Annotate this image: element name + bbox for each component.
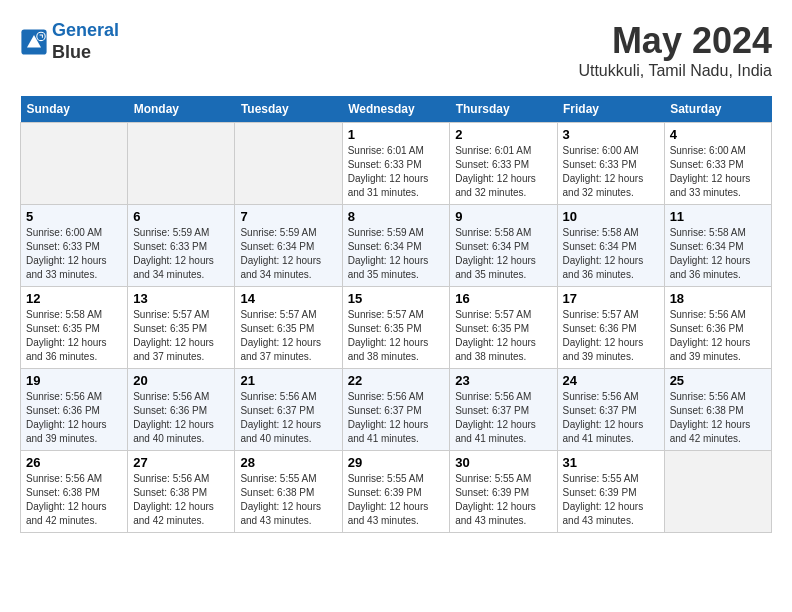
day-info: Sunrise: 6:01 AMSunset: 6:33 PMDaylight:… — [455, 144, 551, 200]
calendar-cell — [21, 123, 128, 205]
day-number: 12 — [26, 291, 122, 306]
day-number: 26 — [26, 455, 122, 470]
day-number: 27 — [133, 455, 229, 470]
calendar-cell — [235, 123, 342, 205]
day-number: 17 — [563, 291, 659, 306]
day-number: 1 — [348, 127, 445, 142]
title-block: May 2024 Uttukkuli, Tamil Nadu, India — [578, 20, 772, 80]
day-header-wednesday: Wednesday — [342, 96, 450, 123]
day-number: 13 — [133, 291, 229, 306]
day-number: 19 — [26, 373, 122, 388]
day-info: Sunrise: 5:57 AMSunset: 6:35 PMDaylight:… — [348, 308, 445, 364]
day-header-friday: Friday — [557, 96, 664, 123]
day-header-thursday: Thursday — [450, 96, 557, 123]
week-row-1: 1Sunrise: 6:01 AMSunset: 6:33 PMDaylight… — [21, 123, 772, 205]
calendar-cell: 1Sunrise: 6:01 AMSunset: 6:33 PMDaylight… — [342, 123, 450, 205]
day-info: Sunrise: 5:58 AMSunset: 6:35 PMDaylight:… — [26, 308, 122, 364]
calendar-cell: 20Sunrise: 5:56 AMSunset: 6:36 PMDayligh… — [128, 369, 235, 451]
day-number: 22 — [348, 373, 445, 388]
day-info: Sunrise: 5:56 AMSunset: 6:38 PMDaylight:… — [133, 472, 229, 528]
day-number: 10 — [563, 209, 659, 224]
calendar-cell: 18Sunrise: 5:56 AMSunset: 6:36 PMDayligh… — [664, 287, 771, 369]
day-number: 8 — [348, 209, 445, 224]
calendar-cell: 19Sunrise: 5:56 AMSunset: 6:36 PMDayligh… — [21, 369, 128, 451]
day-info: Sunrise: 5:56 AMSunset: 6:36 PMDaylight:… — [670, 308, 766, 364]
calendar-cell: 12Sunrise: 5:58 AMSunset: 6:35 PMDayligh… — [21, 287, 128, 369]
day-info: Sunrise: 5:55 AMSunset: 6:38 PMDaylight:… — [240, 472, 336, 528]
day-info: Sunrise: 6:00 AMSunset: 6:33 PMDaylight:… — [670, 144, 766, 200]
calendar-cell: 15Sunrise: 5:57 AMSunset: 6:35 PMDayligh… — [342, 287, 450, 369]
day-info: Sunrise: 5:59 AMSunset: 6:34 PMDaylight:… — [348, 226, 445, 282]
day-number: 29 — [348, 455, 445, 470]
calendar-cell: 29Sunrise: 5:55 AMSunset: 6:39 PMDayligh… — [342, 451, 450, 533]
day-number: 28 — [240, 455, 336, 470]
day-info: Sunrise: 5:58 AMSunset: 6:34 PMDaylight:… — [455, 226, 551, 282]
day-info: Sunrise: 5:55 AMSunset: 6:39 PMDaylight:… — [563, 472, 659, 528]
calendar-cell — [664, 451, 771, 533]
month-title: May 2024 — [578, 20, 772, 62]
day-header-monday: Monday — [128, 96, 235, 123]
day-number: 5 — [26, 209, 122, 224]
calendar-cell: 11Sunrise: 5:58 AMSunset: 6:34 PMDayligh… — [664, 205, 771, 287]
day-info: Sunrise: 5:55 AMSunset: 6:39 PMDaylight:… — [348, 472, 445, 528]
day-info: Sunrise: 6:00 AMSunset: 6:33 PMDaylight:… — [26, 226, 122, 282]
calendar-cell: 5Sunrise: 6:00 AMSunset: 6:33 PMDaylight… — [21, 205, 128, 287]
calendar-cell: 9Sunrise: 5:58 AMSunset: 6:34 PMDaylight… — [450, 205, 557, 287]
day-header-sunday: Sunday — [21, 96, 128, 123]
day-info: Sunrise: 5:56 AMSunset: 6:38 PMDaylight:… — [670, 390, 766, 446]
calendar-table: SundayMondayTuesdayWednesdayThursdayFrid… — [20, 96, 772, 533]
calendar-cell — [128, 123, 235, 205]
calendar-cell: 24Sunrise: 5:56 AMSunset: 6:37 PMDayligh… — [557, 369, 664, 451]
day-info: Sunrise: 5:56 AMSunset: 6:37 PMDaylight:… — [240, 390, 336, 446]
day-number: 31 — [563, 455, 659, 470]
logo-text: General Blue — [52, 20, 119, 63]
day-number: 11 — [670, 209, 766, 224]
day-number: 30 — [455, 455, 551, 470]
day-number: 25 — [670, 373, 766, 388]
calendar-cell: 8Sunrise: 5:59 AMSunset: 6:34 PMDaylight… — [342, 205, 450, 287]
calendar-cell: 17Sunrise: 5:57 AMSunset: 6:36 PMDayligh… — [557, 287, 664, 369]
location: Uttukkuli, Tamil Nadu, India — [578, 62, 772, 80]
svg-marker-3 — [38, 33, 44, 39]
day-info: Sunrise: 6:01 AMSunset: 6:33 PMDaylight:… — [348, 144, 445, 200]
logo-line1: General — [52, 20, 119, 40]
week-row-4: 19Sunrise: 5:56 AMSunset: 6:36 PMDayligh… — [21, 369, 772, 451]
day-number: 20 — [133, 373, 229, 388]
day-info: Sunrise: 5:58 AMSunset: 6:34 PMDaylight:… — [670, 226, 766, 282]
logo-line2: Blue — [52, 42, 119, 64]
calendar-cell: 7Sunrise: 5:59 AMSunset: 6:34 PMDaylight… — [235, 205, 342, 287]
calendar-cell: 10Sunrise: 5:58 AMSunset: 6:34 PMDayligh… — [557, 205, 664, 287]
calendar-cell: 2Sunrise: 6:01 AMSunset: 6:33 PMDaylight… — [450, 123, 557, 205]
calendar-header: SundayMondayTuesdayWednesdayThursdayFrid… — [21, 96, 772, 123]
day-info: Sunrise: 5:56 AMSunset: 6:37 PMDaylight:… — [563, 390, 659, 446]
calendar-cell: 16Sunrise: 5:57 AMSunset: 6:35 PMDayligh… — [450, 287, 557, 369]
day-info: Sunrise: 5:55 AMSunset: 6:39 PMDaylight:… — [455, 472, 551, 528]
calendar-cell: 21Sunrise: 5:56 AMSunset: 6:37 PMDayligh… — [235, 369, 342, 451]
calendar-cell: 3Sunrise: 6:00 AMSunset: 6:33 PMDaylight… — [557, 123, 664, 205]
day-info: Sunrise: 5:57 AMSunset: 6:35 PMDaylight:… — [240, 308, 336, 364]
day-number: 14 — [240, 291, 336, 306]
day-number: 15 — [348, 291, 445, 306]
day-info: Sunrise: 5:56 AMSunset: 6:36 PMDaylight:… — [26, 390, 122, 446]
day-header-saturday: Saturday — [664, 96, 771, 123]
day-info: Sunrise: 5:56 AMSunset: 6:37 PMDaylight:… — [455, 390, 551, 446]
day-info: Sunrise: 6:00 AMSunset: 6:33 PMDaylight:… — [563, 144, 659, 200]
day-number: 9 — [455, 209, 551, 224]
calendar-cell: 30Sunrise: 5:55 AMSunset: 6:39 PMDayligh… — [450, 451, 557, 533]
calendar-cell: 27Sunrise: 5:56 AMSunset: 6:38 PMDayligh… — [128, 451, 235, 533]
day-info: Sunrise: 5:58 AMSunset: 6:34 PMDaylight:… — [563, 226, 659, 282]
day-info: Sunrise: 5:59 AMSunset: 6:33 PMDaylight:… — [133, 226, 229, 282]
day-header-tuesday: Tuesday — [235, 96, 342, 123]
day-number: 7 — [240, 209, 336, 224]
day-info: Sunrise: 5:57 AMSunset: 6:35 PMDaylight:… — [133, 308, 229, 364]
calendar-cell: 31Sunrise: 5:55 AMSunset: 6:39 PMDayligh… — [557, 451, 664, 533]
week-row-3: 12Sunrise: 5:58 AMSunset: 6:35 PMDayligh… — [21, 287, 772, 369]
calendar-cell: 4Sunrise: 6:00 AMSunset: 6:33 PMDaylight… — [664, 123, 771, 205]
calendar-cell: 13Sunrise: 5:57 AMSunset: 6:35 PMDayligh… — [128, 287, 235, 369]
day-number: 16 — [455, 291, 551, 306]
day-info: Sunrise: 5:56 AMSunset: 6:37 PMDaylight:… — [348, 390, 445, 446]
week-row-2: 5Sunrise: 6:00 AMSunset: 6:33 PMDaylight… — [21, 205, 772, 287]
calendar-body: 1Sunrise: 6:01 AMSunset: 6:33 PMDaylight… — [21, 123, 772, 533]
day-number: 4 — [670, 127, 766, 142]
calendar-cell: 23Sunrise: 5:56 AMSunset: 6:37 PMDayligh… — [450, 369, 557, 451]
